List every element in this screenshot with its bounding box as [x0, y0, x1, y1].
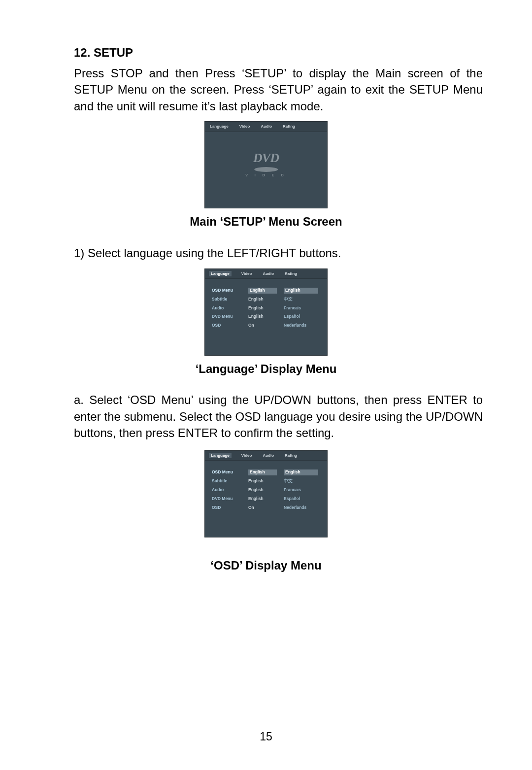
caption-osd-menu: ‘OSD’ Display Menu	[49, 557, 483, 574]
osd-paragraph: a. Select ‘OSD Menu’ using the UP/DOWN b…	[74, 392, 483, 441]
menu-item: DVD Menu	[212, 314, 241, 320]
menu-col-items: OSD Menu Subtitle Audio DVD Menu OSD	[212, 469, 241, 510]
page-number: 15	[260, 729, 272, 744]
menu-item: DVD Menu	[212, 496, 241, 502]
intro-paragraph: Press STOP and then Press ‘SETUP’ to dis…	[74, 65, 483, 115]
menu-option: Español	[284, 496, 318, 502]
menu-option: Español	[284, 314, 318, 320]
dvd-logo-sub: V I D E O	[245, 173, 287, 178]
section-number: 12.	[74, 46, 90, 59]
tab-bar: Language Video Audio Rating	[205, 122, 327, 132]
tab-audio: Audio	[262, 271, 275, 276]
menu-grid: OSD Menu Subtitle Audio DVD Menu OSD Eng…	[205, 461, 327, 515]
menu-option: Francais	[284, 305, 318, 311]
menu-item: Audio	[212, 487, 241, 493]
menu-value: English	[248, 469, 277, 475]
tab-language: Language	[209, 271, 232, 276]
menu-option: Francais	[284, 487, 318, 493]
tab-audio: Audio	[260, 124, 273, 129]
dvd-logo-text: DVD	[245, 149, 287, 167]
tab-audio: Audio	[262, 453, 275, 458]
menu-item: Audio	[212, 305, 241, 311]
menu-option: Nederlands	[284, 323, 318, 329]
tab-rating: Rating	[284, 453, 298, 458]
dvd-logo: DVD V I D E O	[245, 149, 287, 178]
tab-language: Language	[209, 453, 232, 458]
dvd-disc-icon	[254, 167, 278, 172]
tab-rating: Rating	[284, 271, 298, 276]
menu-item: Subtitle	[212, 478, 241, 484]
menu-option: English	[284, 469, 318, 475]
caption-main-setup: Main ‘SETUP’ Menu Screen	[49, 213, 483, 230]
tab-video: Video	[238, 124, 251, 129]
menu-col-values: English English English English On	[248, 288, 277, 329]
menu-item: OSD	[212, 323, 241, 329]
tab-bar: Language Video Audio Rating	[205, 269, 327, 279]
menu-col-items: OSD Menu Subtitle Audio DVD Menu OSD	[212, 288, 241, 329]
tab-bar: Language Video Audio Rating	[205, 451, 327, 461]
menu-col-options: English 中文 Francais Español Nederlands	[284, 288, 318, 329]
screenshot-language-menu: Language Video Audio Rating OSD Menu Sub…	[204, 268, 328, 356]
menu-value: On	[248, 323, 277, 329]
menu-option: 中文	[284, 478, 318, 484]
section-heading: 12. SETUP	[74, 44, 483, 61]
menu-value: English	[248, 314, 277, 320]
menu-value: On	[248, 505, 277, 511]
menu-col-options: English 中文 Francais Español Nederlands	[284, 469, 318, 510]
menu-value: English	[248, 297, 277, 302]
menu-item: Subtitle	[212, 297, 241, 302]
tab-video: Video	[240, 453, 253, 458]
menu-value: English	[248, 288, 277, 294]
tab-language: Language	[209, 124, 230, 129]
menu-col-values: English English English English On	[248, 469, 277, 510]
step-1: 1) Select language using the LEFT/RIGHT …	[74, 245, 483, 262]
menu-value: English	[248, 487, 277, 493]
screenshot-osd-menu: Language Video Audio Rating OSD Menu Sub…	[204, 450, 328, 537]
tab-video: Video	[240, 271, 253, 276]
menu-value: English	[248, 496, 277, 502]
menu-option: 中文	[284, 297, 318, 302]
menu-item: OSD Menu	[212, 469, 241, 475]
menu-value: English	[248, 305, 277, 311]
tab-rating: Rating	[282, 124, 296, 129]
screenshot-main-setup: Language Video Audio Rating DVD V I D E …	[204, 121, 328, 208]
menu-item: OSD Menu	[212, 288, 241, 294]
menu-value: English	[248, 478, 277, 484]
caption-language-menu: ‘Language’ Display Menu	[49, 361, 483, 377]
menu-item: OSD	[212, 505, 241, 511]
menu-grid: OSD Menu Subtitle Audio DVD Menu OSD Eng…	[205, 279, 327, 334]
menu-option: English	[284, 288, 318, 294]
section-title: SETUP	[94, 46, 133, 59]
menu-option: Nederlands	[284, 505, 318, 511]
